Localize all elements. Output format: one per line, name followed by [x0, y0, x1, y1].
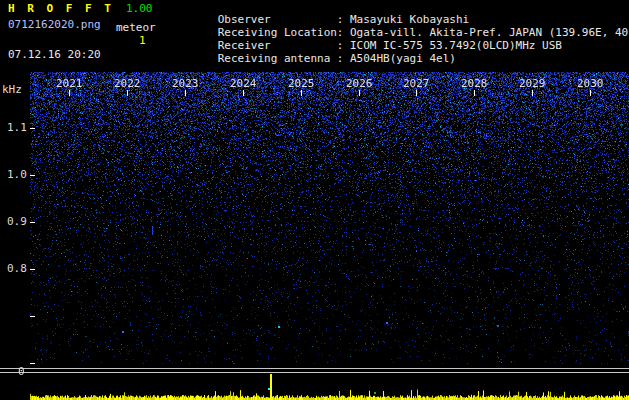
info-separator: : [337, 39, 350, 52]
time-label-2030: 2030 [577, 78, 604, 89]
info-value: Masayuki Kobayashi [350, 13, 469, 26]
datetime: 07.12.16 20:20 [8, 49, 101, 60]
info-separator: : [337, 13, 350, 26]
info-label: Receiving Location [218, 27, 337, 38]
info-label: Receiving antenna [218, 53, 337, 64]
time-label-2029: 2029 [519, 78, 546, 89]
filename: 0712162020.png [8, 19, 101, 30]
time-label-2028: 2028 [461, 78, 488, 89]
echo-count: 1 [139, 35, 146, 46]
info-separator: : [337, 26, 350, 39]
app-title: H R O F F T [8, 3, 114, 14]
time-label-2024: 2024 [230, 78, 257, 89]
info-row-observer: Observer: Masayuki Kobayashi [178, 3, 629, 16]
mode-label: meteor [116, 22, 156, 33]
freq-label-1-0: 1.0 [7, 169, 27, 180]
info-value: ICOM IC-575 53.7492(0LCD)MHz USB [350, 39, 562, 52]
spectrogram-canvas [30, 72, 629, 368]
freq-label-1-1: 1.1 [7, 122, 27, 133]
info-label: Receiver [218, 40, 337, 51]
freq-label-0-8: 0.8 [7, 263, 27, 274]
time-label-2022: 2022 [114, 78, 141, 89]
time-label-2026: 2026 [346, 78, 373, 89]
info-label: Observer [218, 14, 337, 25]
station-info: Observer: Masayuki Kobayashi Receiving L… [178, 3, 629, 55]
level-strip-canvas [0, 364, 629, 400]
freq-axis-unit: kHz [2, 84, 22, 95]
time-label-2021: 2021 [56, 78, 83, 89]
time-label-2025: 2025 [288, 78, 315, 89]
app-version: 1.00 [126, 3, 153, 14]
info-value: A504HB(yagi 4el) [350, 52, 456, 65]
level-axis-zero: 0 [18, 366, 25, 377]
time-label-2023: 2023 [172, 78, 199, 89]
info-separator: : [337, 52, 350, 65]
freq-label-0-9: 0.9 [7, 216, 27, 227]
info-value: Ogata-vill. Akita-Pref. JAPAN (139.96E, … [350, 26, 629, 39]
hrofft-window: H R O F F T 1.00 0712162020.png meteor 1… [0, 0, 629, 400]
time-label-2027: 2027 [403, 78, 430, 89]
